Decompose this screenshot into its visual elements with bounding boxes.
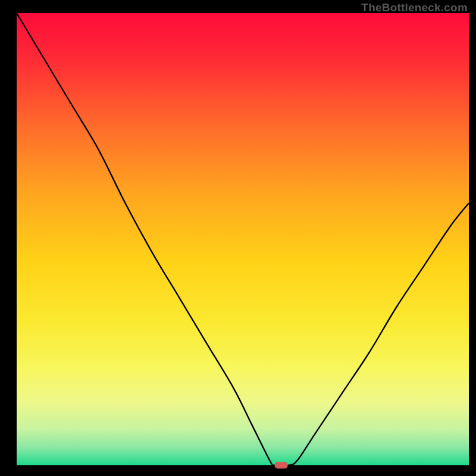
plot-background (17, 13, 469, 465)
optimal-marker (275, 462, 288, 469)
bottleneck-chart (0, 0, 476, 476)
attribution-label: TheBottleneck.com (361, 1, 468, 14)
chart-svg (0, 0, 476, 476)
